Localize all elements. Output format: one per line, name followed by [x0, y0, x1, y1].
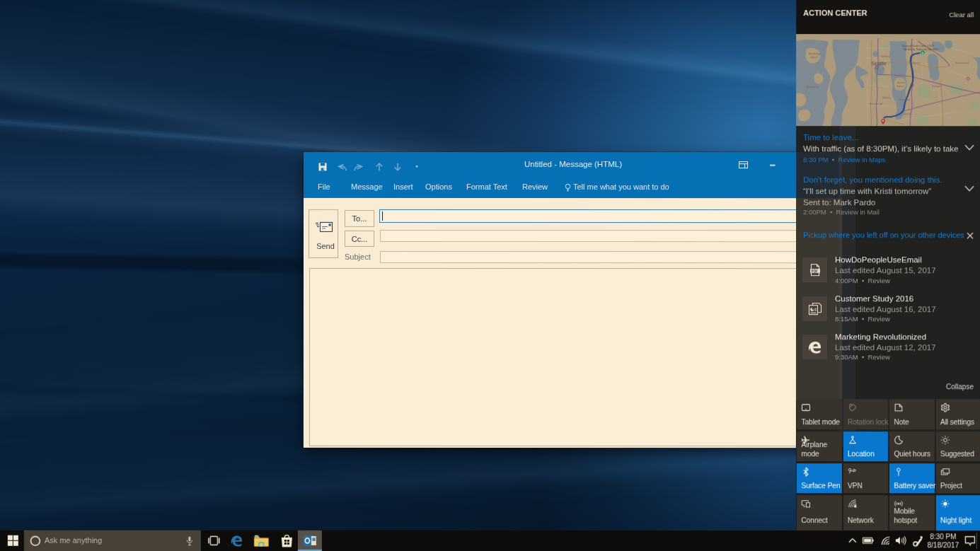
svg-text:PDF: PDF	[812, 269, 818, 273]
